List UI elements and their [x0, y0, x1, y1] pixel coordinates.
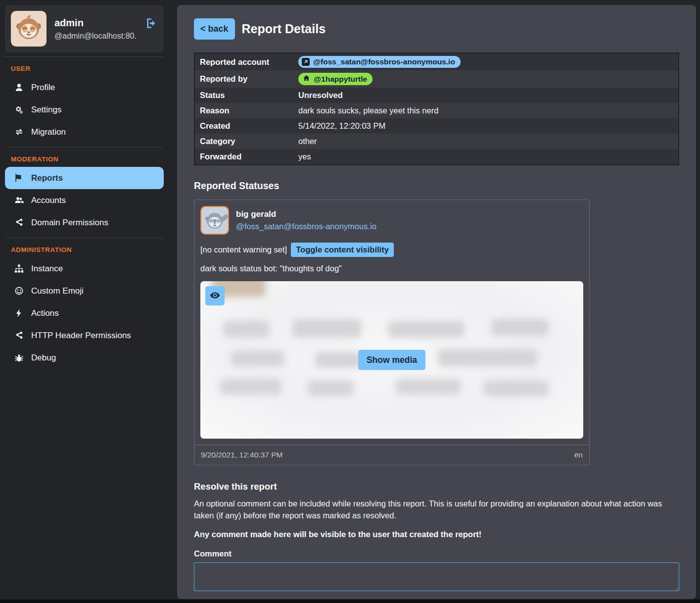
- toggle-content-visibility-button[interactable]: Toggle content visibility: [291, 243, 394, 257]
- user-card[interactable]: admin @admin@localhost:80...: [5, 5, 164, 52]
- sidebar-item-label: HTTP Header Permissions: [31, 331, 131, 341]
- comment-input[interactable]: [194, 562, 679, 591]
- field-label: Created: [194, 118, 293, 134]
- status-language: en: [574, 451, 583, 459]
- status-avatar: [200, 206, 229, 235]
- field-value: yes: [293, 149, 679, 165]
- section-label-moderation: MODERATION: [11, 155, 169, 163]
- sidebar-item-settings[interactable]: Settings: [5, 99, 164, 121]
- content-warning-row: [no content warning set] Toggle content …: [200, 243, 583, 257]
- sidebar-item-profile[interactable]: Profile: [5, 76, 164, 99]
- bug-icon: [14, 353, 24, 362]
- sidebar: admin @admin@localhost:80... USER Profil…: [0, 0, 169, 603]
- sidebar-item-label: Debug: [31, 353, 56, 363]
- sidebar-item-label: Custom Emoji: [31, 286, 84, 296]
- back-button[interactable]: < back: [194, 18, 235, 40]
- reported-account-pill[interactable]: @foss_satan@fossbros-anonymous.io: [298, 56, 461, 68]
- table-row: Forwarded yes: [194, 149, 679, 165]
- smiley-icon: [14, 286, 24, 296]
- user-icon: [14, 83, 24, 92]
- blur-blob: [388, 321, 465, 338]
- bolt-icon: [14, 308, 24, 318]
- field-value: other: [293, 134, 679, 149]
- content-warning-note: [no content warning set]: [200, 245, 287, 254]
- report-details-table: Reported account @foss_satan@fossbros-an…: [194, 52, 679, 165]
- bottom-scrollbar-track[interactable]: [0, 600, 700, 603]
- sidebar-item-domain-permissions[interactable]: Domain Permissions: [5, 211, 164, 234]
- main-panel: < back Report Details Reported account @…: [177, 5, 696, 599]
- blur-blob: [438, 349, 537, 366]
- resolve-warning: Any comment made here will be visible to…: [194, 530, 679, 539]
- sidebar-item-debug[interactable]: Debug: [5, 347, 164, 369]
- swap-arrows-icon: [14, 127, 24, 137]
- field-label: Forwarded: [194, 149, 293, 165]
- blur-blob: [308, 380, 354, 396]
- section-label-user: USER: [11, 65, 169, 72]
- field-label: Reported account: [194, 53, 293, 70]
- sign-out-icon: [145, 24, 158, 31]
- status-handle-link[interactable]: @foss_satan@fossbros-anonymous.io: [236, 222, 376, 231]
- reported-statuses-heading: Reported Statuses: [194, 180, 679, 192]
- sidebar-item-label: Settings: [31, 105, 61, 115]
- field-value: dark souls sucks, please yeet this nerd: [293, 103, 679, 118]
- blur-blob: [231, 351, 284, 366]
- flag-icon: [14, 173, 24, 183]
- share-nodes-icon: [14, 218, 24, 227]
- comment-label: Comment: [194, 549, 679, 558]
- sidebar-item-custom-emoji[interactable]: Custom Emoji: [5, 280, 164, 302]
- status-text: dark souls status bot: "thoughts of dog": [200, 264, 583, 273]
- logout-button[interactable]: [145, 17, 158, 31]
- blur-blob: [223, 321, 269, 338]
- media-sensitive-eye-button[interactable]: [205, 286, 225, 305]
- eye-icon: [210, 290, 220, 302]
- show-media-button[interactable]: Show media: [358, 350, 425, 370]
- status-display-name: big gerald: [236, 209, 376, 219]
- status-media-attachment[interactable]: Show media: [200, 281, 583, 439]
- sidebar-divider: [5, 238, 164, 238]
- sidebar-item-label: Profile: [31, 83, 55, 93]
- table-row: Category other: [194, 134, 679, 149]
- blur-blob: [491, 319, 549, 336]
- sidebar-item-http-header-permissions[interactable]: HTTP Header Permissions: [5, 324, 164, 347]
- resolve-heading: Resolve this report: [194, 481, 679, 492]
- sidebar-item-label: Domain Permissions: [31, 218, 108, 228]
- blur-blob: [292, 319, 361, 338]
- nav-list-user: Profile Settings Migration: [5, 76, 164, 143]
- sidebar-item-reports[interactable]: Reports: [5, 167, 164, 189]
- table-row: Reported account @foss_satan@fossbros-an…: [194, 53, 679, 70]
- status-card: big gerald @foss_satan@fossbros-anonymou…: [194, 200, 590, 465]
- status-header: big gerald @foss_satan@fossbros-anonymou…: [200, 206, 583, 235]
- external-link-icon: [302, 58, 310, 66]
- sidebar-item-accounts[interactable]: Accounts: [5, 189, 164, 211]
- field-label: Reported by: [194, 70, 293, 88]
- reported-by-pill[interactable]: @1happyturtle: [298, 73, 373, 85]
- table-row: Created 5/14/2022, 12:20:03 PM: [194, 118, 679, 134]
- table-row: Reported by @1happyturtle: [194, 70, 679, 88]
- sidebar-item-label: Instance: [31, 264, 63, 274]
- nav-list-administration: Instance Custom Emoji Actions HTTP Heade…: [5, 257, 164, 369]
- user-handle: @admin@localhost:80...: [54, 32, 137, 41]
- status-author: big gerald @foss_satan@fossbros-anonymou…: [236, 209, 376, 231]
- sidebar-item-migration[interactable]: Migration: [5, 121, 164, 143]
- blur-blob: [220, 379, 281, 395]
- field-value: 5/14/2022, 12:20:03 PM: [293, 118, 679, 134]
- table-row: Reason dark souls sucks, please yeet thi…: [194, 103, 679, 118]
- share-nodes-icon: [14, 331, 24, 340]
- page-header: < back Report Details: [194, 18, 679, 40]
- sidebar-divider: [5, 147, 164, 148]
- sidebar-item-instance[interactable]: Instance: [5, 257, 164, 280]
- sidebar-item-label: Accounts: [31, 196, 66, 205]
- users-icon: [14, 196, 24, 205]
- status-timestamp: 9/20/2021, 12:40:37 PM: [201, 451, 282, 459]
- gears-icon: [14, 105, 24, 114]
- blur-blob: [484, 380, 549, 396]
- sidebar-item-actions[interactable]: Actions: [5, 302, 164, 324]
- field-value: @foss_satan@fossbros-anonymous.io: [293, 53, 679, 70]
- sitemap-icon: [14, 264, 24, 273]
- sidebar-item-label: Migration: [31, 127, 66, 137]
- resolve-description: An optional comment can be included whil…: [194, 498, 679, 522]
- status-footer: 9/20/2021, 12:40:37 PM en: [194, 445, 589, 465]
- blur-blob: [315, 352, 361, 368]
- user-info: admin @admin@localhost:80...: [54, 17, 137, 41]
- table-row: Status Unresolved: [194, 88, 679, 103]
